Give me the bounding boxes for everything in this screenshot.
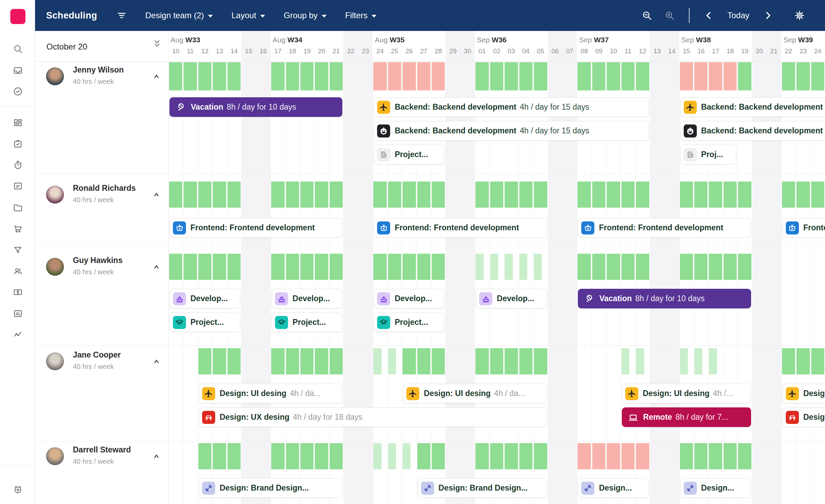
week-number-label: W33 <box>185 36 200 44</box>
chevron-up-icon <box>151 189 162 200</box>
funnel-icon[interactable] <box>12 245 23 256</box>
capacity-bar <box>373 182 386 208</box>
task-bar[interactable]: Design: Brand Design... <box>199 478 342 498</box>
capacity-bar <box>271 254 284 280</box>
task-title: Design: Brand Design... <box>220 483 309 493</box>
menu-filters[interactable]: Filters <box>345 11 376 20</box>
menu-design-team[interactable]: Design team (2) <box>145 11 213 20</box>
capacity-bar <box>300 254 314 280</box>
task-bar[interactable]: Design... <box>578 478 649 498</box>
collapse-row-button[interactable] <box>151 71 162 81</box>
task-bar[interactable]: Project... <box>169 313 240 332</box>
sidebar-divider <box>0 465 35 465</box>
check-circle-icon[interactable] <box>12 86 23 97</box>
capacity-bar <box>622 443 635 469</box>
stopwatch-icon[interactable] <box>12 160 23 171</box>
prev-period-button[interactable] <box>703 9 715 22</box>
dumbbell-icon <box>581 482 594 495</box>
capacity-bar <box>271 443 284 469</box>
gear-icon[interactable] <box>793 9 806 22</box>
week-number-label: W37 <box>594 36 609 44</box>
trend-icon[interactable] <box>12 329 23 340</box>
task-bar[interactable]: Design: UI desing4h /... <box>622 384 751 403</box>
collapse-row-button[interactable] <box>151 451 162 461</box>
task-bar[interactable]: Develop... <box>476 289 547 308</box>
next-period-button[interactable] <box>762 9 774 22</box>
capacity-bar <box>505 182 518 208</box>
day-header: 23 <box>796 47 810 55</box>
capacity-bar <box>228 348 241 374</box>
task-bar[interactable]: Design: UI desing4h / da... <box>199 384 342 403</box>
capacity-bar <box>388 62 401 90</box>
collapse-row-button[interactable] <box>151 356 162 366</box>
folder-icon[interactable] <box>12 202 23 213</box>
dashboard-icon[interactable] <box>12 118 23 129</box>
task-bar[interactable]: Develop... <box>374 289 444 308</box>
vacation-bar[interactable]: Vacation8h / day for 10 days <box>169 97 342 117</box>
day-header: 19 <box>300 47 314 55</box>
person-hours: 40 hrs / week <box>73 458 114 465</box>
task-bar[interactable]: Frontend: Frontend development <box>782 218 825 238</box>
search-icon[interactable] <box>12 43 23 54</box>
task-bar[interactable]: Backend: Backend development4h / day for… <box>374 121 649 141</box>
capacity-bar <box>432 182 445 208</box>
zoom-out-icon[interactable] <box>641 9 653 22</box>
vacation-bar[interactable]: Vacation8h / day for 10 days <box>578 289 751 308</box>
capacity-bar <box>490 348 503 374</box>
task-bar[interactable]: Project... <box>374 145 444 164</box>
task-bar[interactable]: Frontend: Frontend development <box>374 218 547 238</box>
capacity-bar <box>330 443 343 469</box>
task-bar[interactable]: Design: Brand Design... <box>418 478 547 498</box>
task-bar[interactable]: Develop... <box>272 289 342 308</box>
capacity-bar <box>592 62 605 90</box>
task-allocation: 8h / day for 7... <box>675 413 728 422</box>
task-bar[interactable]: Frontend: Frontend development <box>169 218 342 238</box>
task-bar[interactable]: Proj... <box>680 145 737 164</box>
capacity-bar <box>198 254 211 280</box>
bar-chart-icon[interactable] <box>12 308 23 319</box>
day-header: 17 <box>708 47 723 55</box>
add-circle-icon[interactable] <box>12 484 23 495</box>
person-name: Ronald Richards <box>73 184 136 193</box>
capacity-bar <box>519 62 532 90</box>
avatar <box>46 258 64 276</box>
capacity-bar <box>738 182 751 208</box>
task-bar[interactable]: Design: UI desing4h / da... <box>403 384 547 403</box>
people-icon[interactable] <box>12 266 23 277</box>
cart-icon[interactable] <box>12 223 23 234</box>
capacity-bar <box>636 62 649 90</box>
task-bar[interactable]: Frontend: Frontend development <box>578 218 751 238</box>
task-bar[interactable]: Design: UX desing4h / day for 18 days <box>782 407 825 427</box>
car-icon <box>202 411 215 424</box>
capacity-bar <box>796 182 810 208</box>
collapse-row-button[interactable] <box>151 262 162 272</box>
task-bar[interactable]: Design: UI desing4h / da... <box>782 384 825 403</box>
day-header: 01 <box>475 47 489 55</box>
task-bar[interactable]: Design: UX desing4h / day for 18 days <box>199 407 547 427</box>
task-bar[interactable]: Design... <box>680 478 751 498</box>
inbox-icon[interactable] <box>12 65 23 76</box>
clipboard-check-icon[interactable] <box>12 139 23 150</box>
task-bar[interactable]: Backend: Backend development4h / day for… <box>374 97 649 117</box>
task-bar[interactable]: Project... <box>374 313 444 332</box>
collapse-row-button[interactable] <box>151 189 162 200</box>
capacity-bar <box>271 348 284 374</box>
car-icon <box>786 411 799 424</box>
capacity-bar <box>184 182 197 208</box>
day-header: 20 <box>752 47 767 55</box>
task-bar[interactable]: Backend: Backend development4h / day for… <box>680 97 825 117</box>
day-header: 27 <box>417 47 431 55</box>
task-bar[interactable]: Project... <box>272 313 342 332</box>
capacity-bar <box>607 254 620 280</box>
menu-group-by[interactable]: Group by <box>284 11 327 20</box>
task-bar[interactable]: Backend: Backend development4h / day for… <box>680 121 825 141</box>
zoom-in-icon[interactable] <box>663 9 676 22</box>
menu-layout[interactable]: Layout <box>231 11 265 20</box>
today-button[interactable]: Today <box>727 11 749 20</box>
calendar-icon[interactable] <box>12 180 23 191</box>
task-bar[interactable]: Develop... <box>169 289 240 308</box>
remote-bar[interactable]: Remote8h / day for 7... <box>622 407 751 427</box>
money-icon[interactable] <box>12 287 23 298</box>
expand-all-icon[interactable] <box>151 39 163 50</box>
week-month-label: Sep <box>783 36 798 44</box>
